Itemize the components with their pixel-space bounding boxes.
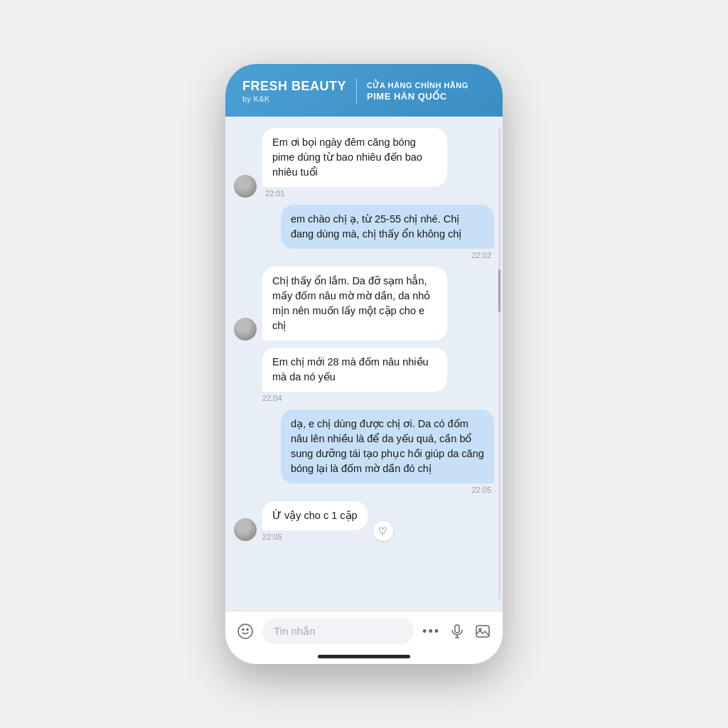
tagline-line2: PIME HÀN QUỐC [367,91,469,102]
home-indicator [318,655,410,658]
message-text: em chào chị ạ, từ 25-55 chị nhé. Chị đan… [291,213,461,240]
message-bubble: em chào chị ạ, từ 25-55 chị nhé. Chị đan… [281,205,494,249]
brand-sub: by K&K [242,95,346,103]
message-row: Chị thấy ổn lắm. Da đỡ sạm hẳn, mấy đốm … [234,267,447,341]
message-bubble: Ừ vậy cho c 1 cặp [262,501,368,530]
message-bubble: Em chị mới 28 mà đốm nâu nhiều mà da nó … [262,348,447,392]
heart-reaction[interactable]: ♡ [373,521,393,541]
bubble-wrapper: Em ơi bọi ngày đêm căng bóng pime dùng t… [262,128,447,198]
message-timestamp: 22:05 [281,486,494,494]
message-text: dạ, e chị dùng được chị ơi. Da có đốm nâ… [291,418,484,474]
svg-point-1 [242,629,244,631]
input-placeholder: Tin nhắn [274,625,315,638]
svg-point-0 [238,624,252,638]
message-timestamp: 22:05 [262,532,368,541]
message-text: Chị thấy ổn lắm. Da đỡ sạm hẳn, mấy đốm … [272,275,430,331]
bubble-wrapper: Ừ vậy cho c 1 cặp 22:05 [262,501,368,541]
avatar [234,175,257,198]
image-icon[interactable] [474,623,491,640]
scrollbar-track [498,128,500,599]
header: FRESH BEAUTY by K&K CỬA HÀNG CHÍNH HÃNG … [225,64,503,117]
message-timestamp: 22:04 [262,394,447,402]
message-bubble: dạ, e chị dùng được chị ơi. Da có đốm nâ… [281,410,494,483]
message-timestamp: 22:01 [262,189,447,198]
message-bubble: Em ơi bọi ngày đêm căng bóng pime dùng t… [262,128,447,187]
message-timestamp: 22:02 [281,251,494,259]
mic-icon[interactable] [449,623,466,640]
avatar [234,318,257,341]
tagline-line1: CỬA HÀNG CHÍNH HÃNG [367,80,469,90]
message-text: Ừ vậy cho c 1 cặp [272,510,358,521]
message-bubble: Chị thấy ổn lắm. Da đỡ sạm hẳn, mấy đốm … [262,267,447,341]
svg-rect-3 [455,625,459,633]
bubble-wrapper: em chào chị ạ, từ 25-55 chị nhé. Chị đan… [281,205,494,259]
header-tagline: CỬA HÀNG CHÍNH HÃNG PIME HÀN QUỐC [367,80,469,101]
bubble-wrapper: Em chị mới 28 mà đốm nâu nhiều mà da nó … [262,348,447,402]
message-row: Em ơi bọi ngày đêm căng bóng pime dùng t… [234,128,447,198]
message-row: em chào chị ạ, từ 25-55 chị nhé. Chị đan… [281,205,494,259]
scrollbar-thumb [498,269,500,312]
message-group: Ừ vậy cho c 1 cặp 22:05 ♡ [234,501,399,541]
header-divider [356,78,357,104]
brand-name: FRESH BEAUTY [242,79,346,95]
svg-point-2 [247,629,248,631]
message-row: Ừ vậy cho c 1 cặp 22:05 ♡ [234,501,399,541]
message-input[interactable]: Tin nhắn [262,619,414,644]
avatar [234,518,257,541]
phone-frame: FRESH BEAUTY by K&K CỬA HÀNG CHÍNH HÃNG … [225,64,503,664]
bubble-wrapper: Chị thấy ổn lắm. Da đỡ sạm hẳn, mấy đốm … [262,267,447,341]
emoji-icon[interactable] [237,623,254,640]
chat-area[interactable]: Em ơi bọi ngày đêm căng bóng pime dùng t… [225,117,503,611]
svg-rect-6 [476,626,489,637]
message-row: Em chị mới 28 mà đốm nâu nhiều mà da nó … [234,348,447,402]
message-text: Em ơi bọi ngày đêm căng bóng pime dùng t… [272,136,422,178]
message-text: Em chị mới 28 mà đốm nâu nhiều mà da nó … [272,356,429,382]
bubble-wrapper: dạ, e chị dùng được chị ơi. Da có đốm nâ… [281,410,494,494]
message-row: dạ, e chị dùng được chị ơi. Da có đốm nâ… [281,410,494,494]
header-brand: FRESH BEAUTY by K&K [242,79,346,103]
dots-icon[interactable]: ••• [422,624,440,639]
